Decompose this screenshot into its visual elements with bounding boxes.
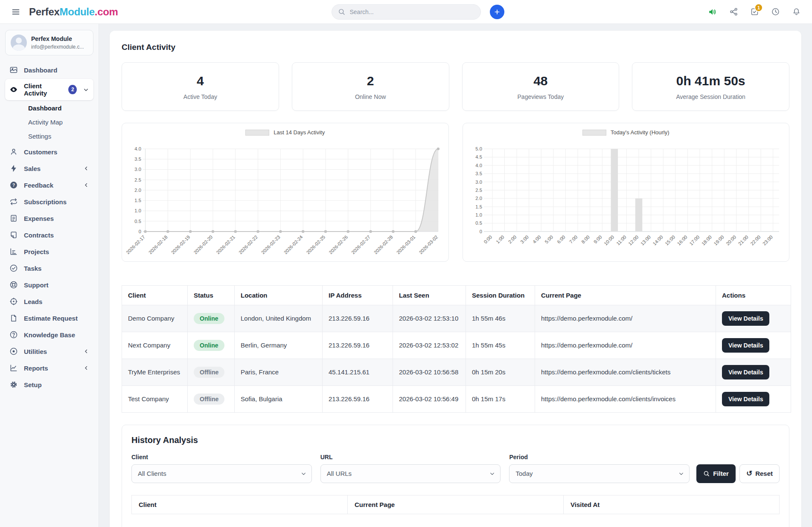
- menu-icon[interactable]: [11, 7, 20, 17]
- search-input[interactable]: [349, 8, 474, 16]
- sidebar-item-subscriptions[interactable]: Subscriptions: [5, 194, 93, 209]
- svg-text:19:00: 19:00: [713, 234, 725, 246]
- user-card[interactable]: Perfex Module info@perfexmodule.c...: [5, 30, 93, 55]
- svg-text:23:00: 23:00: [761, 234, 773, 246]
- svg-text:18:00: 18:00: [700, 234, 712, 246]
- stat-label: Active Today: [125, 93, 275, 100]
- chevron-left-icon[interactable]: [83, 348, 89, 354]
- stat-value: 48: [466, 74, 616, 88]
- svg-text:2026-02-17: 2026-02-17: [125, 234, 146, 255]
- chevron-left-icon[interactable]: [83, 365, 89, 371]
- client-filter-select[interactable]: All Clients: [131, 464, 312, 483]
- svg-text:13:00: 13:00: [639, 234, 651, 246]
- last-seen-cell: 2026-03-02 10:56:58: [393, 359, 466, 385]
- client-cell: Demo Company: [122, 305, 188, 332]
- bell-icon[interactable]: [792, 7, 801, 16]
- svg-text:1:00: 1:00: [495, 234, 505, 244]
- repeat-icon: [9, 197, 18, 206]
- sidebar-item-setup[interactable]: Setup: [5, 377, 93, 392]
- svg-text:7:00: 7:00: [568, 234, 578, 244]
- history-header-row: ClientCurrent PageVisited At: [132, 495, 780, 514]
- sidebar-item-projects[interactable]: Projects: [5, 244, 93, 259]
- last-seen-cell: 2026-03-02 12:53:10: [393, 305, 466, 332]
- tasks-icon[interactable]: 1: [750, 7, 759, 16]
- svg-text:8:00: 8:00: [580, 234, 591, 244]
- clock-icon[interactable]: [771, 7, 780, 16]
- user-icon: [9, 148, 18, 156]
- svg-text:1.5: 1.5: [475, 204, 482, 209]
- table-row: Demo CompanyOnlineLondon, United Kingdom…: [122, 305, 791, 332]
- legend-label: Last 14 Days Activity: [274, 129, 325, 136]
- search-bar[interactable]: [332, 4, 481, 20]
- plus-icon[interactable]: [490, 5, 504, 19]
- svg-text:3.5: 3.5: [134, 156, 141, 162]
- location-cell: Sofia, Bulgaria: [235, 385, 323, 412]
- svg-text:2026-02-26: 2026-02-26: [328, 234, 349, 255]
- eye-icon: [9, 85, 18, 94]
- client-cell: TryMe Enterprises: [122, 359, 188, 385]
- view-details-button[interactable]: View Details: [722, 338, 769, 353]
- column-header: Current Page: [535, 285, 716, 305]
- file-icon: [9, 314, 18, 322]
- sidebar-item-feedback[interactable]: ?Feedback: [5, 177, 93, 193]
- sidebar-item-label: Subscriptions: [24, 198, 67, 206]
- sidebar-item-client-activity[interactable]: Client Activity2: [5, 79, 93, 100]
- app-logo[interactable]: PerfexModule.com: [29, 6, 118, 18]
- sidebar-item-knowledge-base[interactable]: Knowledge Base: [5, 327, 93, 342]
- sidebar-subitem-dashboard[interactable]: Dashboard: [24, 101, 93, 115]
- activity-table: ClientStatusLocationIP AddressLast SeenS…: [122, 285, 791, 413]
- table-header-row: ClientStatusLocationIP AddressLast SeenS…: [122, 285, 791, 305]
- logo-part-1: Perfex: [29, 6, 60, 17]
- sidebar-item-expenses[interactable]: Expenses: [5, 211, 93, 226]
- sidebar-item-reports[interactable]: Reports: [5, 360, 93, 376]
- view-details-button[interactable]: View Details: [722, 311, 769, 326]
- filter-button[interactable]: Filter: [696, 464, 736, 483]
- user-name: Perfex Module: [31, 35, 84, 43]
- sidebar-item-tasks[interactable]: Tasks: [5, 261, 93, 276]
- share-icon[interactable]: [729, 7, 738, 16]
- check-circle-icon: [9, 264, 18, 272]
- lifebuoy-icon: [9, 281, 18, 289]
- notification-badge: 1: [754, 3, 763, 12]
- url-filter-select[interactable]: All URLs: [320, 464, 501, 483]
- stat-label: Pageviews Today: [466, 93, 616, 100]
- current-page-cell: https://demo.perfexmodule.com/: [535, 332, 716, 359]
- sidebar-item-label: Feedback: [24, 182, 53, 189]
- svg-text:4.0: 4.0: [134, 146, 141, 151]
- svg-text:2026-02-24: 2026-02-24: [283, 234, 304, 255]
- count-badge: 2: [68, 85, 77, 94]
- volume-icon[interactable]: [708, 7, 717, 17]
- chevron-left-icon[interactable]: [83, 182, 89, 188]
- sidebar-subitem-activity-map[interactable]: Activity Map: [24, 116, 93, 129]
- svg-text:2026-02-27: 2026-02-27: [350, 234, 371, 255]
- reset-button[interactable]: ↺ Reset: [739, 464, 780, 483]
- bolt-icon: [9, 164, 18, 173]
- svg-text:0.5: 0.5: [134, 219, 141, 224]
- sidebar-item-sales[interactable]: Sales: [5, 161, 93, 176]
- svg-text:3:00: 3:00: [519, 234, 530, 244]
- sidebar-item-contracts[interactable]: Contracts: [5, 227, 93, 243]
- sidebar-item-estimate-request[interactable]: Estimate Request: [5, 310, 93, 326]
- chevron-left-icon[interactable]: [83, 165, 89, 171]
- chart-bar-icon: [9, 247, 18, 256]
- sidebar-item-label: Knowledge Base: [24, 331, 75, 339]
- sidebar-item-customers[interactable]: Customers: [5, 144, 93, 159]
- sidebar-item-utilities[interactable]: Utilities: [5, 344, 93, 359]
- bar-chart: 00.51.01.52.02.53.03.54.04.55.00:001:002…: [466, 136, 786, 261]
- view-details-button[interactable]: View Details: [722, 392, 769, 406]
- svg-text:0.5: 0.5: [475, 220, 482, 226]
- chevron-down-icon[interactable]: [83, 87, 89, 93]
- sidebar-item-leads[interactable]: Leads: [5, 294, 93, 309]
- sidebar-subitem-settings[interactable]: Settings: [24, 130, 93, 143]
- svg-text:2.0: 2.0: [134, 188, 141, 193]
- sidebar-item-dashboard[interactable]: Dashboard: [5, 62, 93, 78]
- stat-value: 0h 41m 50s: [636, 74, 786, 88]
- svg-text:2026-02-25: 2026-02-25: [306, 234, 326, 255]
- period-filter-select[interactable]: Today: [509, 464, 690, 483]
- sidebar-item-support[interactable]: Support: [5, 277, 93, 292]
- svg-text:11:00: 11:00: [615, 234, 627, 246]
- view-details-button[interactable]: View Details: [722, 365, 769, 379]
- svg-text:12:00: 12:00: [627, 234, 639, 246]
- stat-label: Average Session Duration: [636, 93, 786, 100]
- document-icon: [9, 214, 18, 223]
